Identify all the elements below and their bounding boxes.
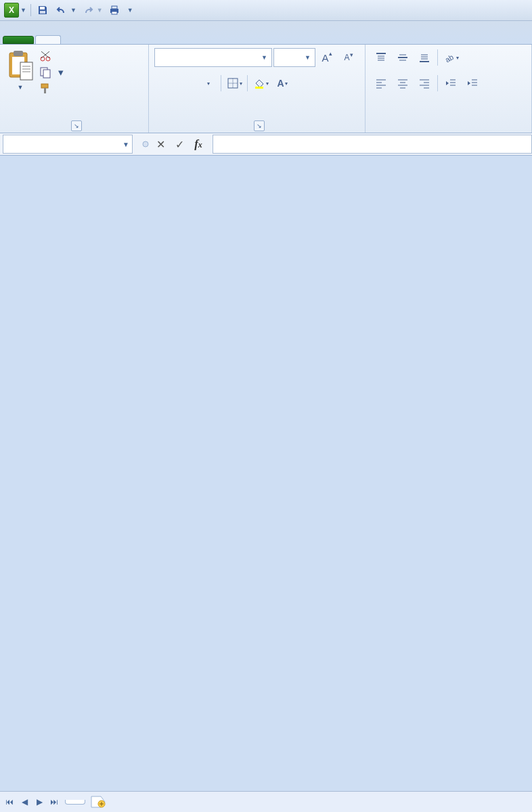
sheet-nav-prev-button[interactable]: ◀ bbox=[18, 795, 31, 809]
font-name-combo[interactable]: ▼ bbox=[154, 48, 272, 67]
ribbon-tabs bbox=[0, 21, 532, 45]
align-right-button[interactable] bbox=[414, 73, 435, 93]
printer-icon bbox=[109, 5, 120, 16]
app-menu-dropdown-icon[interactable]: ▼ bbox=[20, 7, 26, 14]
separator bbox=[247, 75, 248, 91]
group-font: ▼ ▼ A▴ A▾ ▾ ▾ ▾ A▾ ↘ bbox=[149, 45, 365, 133]
align-middle-button[interactable] bbox=[393, 47, 413, 68]
clipboard-group-label: ↘ bbox=[5, 120, 143, 131]
undo-button[interactable] bbox=[54, 3, 69, 18]
paste-icon bbox=[7, 50, 34, 81]
chevron-down-icon: ▼ bbox=[18, 84, 24, 91]
paste-button[interactable]: ▼ bbox=[5, 47, 35, 93]
save-button[interactable] bbox=[35, 3, 50, 18]
svg-point-52 bbox=[143, 141, 148, 147]
bold-button[interactable] bbox=[154, 73, 175, 93]
new-sheet-button[interactable] bbox=[91, 796, 106, 808]
name-box[interactable]: ▼ bbox=[3, 135, 133, 154]
tab-file[interactable] bbox=[3, 36, 34, 44]
svg-text:ab: ab bbox=[443, 53, 455, 64]
increase-indent-button[interactable] bbox=[462, 73, 483, 93]
borders-button[interactable]: ▾ bbox=[224, 73, 244, 93]
font-group-label: ↘ bbox=[154, 120, 359, 131]
align-center-icon bbox=[397, 77, 409, 89]
redo-button[interactable] bbox=[81, 3, 95, 18]
cut-button[interactable] bbox=[39, 49, 64, 64]
brush-icon bbox=[39, 83, 51, 95]
group-clipboard: ▼ ▾ bbox=[0, 45, 149, 133]
formula-input[interactable] bbox=[213, 135, 532, 154]
redo-dropdown-icon[interactable]: ▼ bbox=[97, 7, 103, 14]
chevron-down-icon: ▼ bbox=[261, 54, 267, 61]
svg-rect-15 bbox=[43, 70, 50, 78]
tab-review[interactable] bbox=[171, 35, 196, 44]
chevron-down-icon: ▾ bbox=[285, 81, 288, 87]
chevron-down-icon: ▼ bbox=[123, 141, 129, 148]
chevron-down-icon: ▾ bbox=[456, 55, 459, 61]
decrease-indent-icon bbox=[445, 77, 457, 89]
underline-button[interactable]: ▾ bbox=[198, 73, 218, 93]
align-center-button[interactable] bbox=[393, 73, 413, 93]
border-icon bbox=[227, 77, 239, 89]
tab-data[interactable] bbox=[143, 35, 169, 44]
svg-rect-8 bbox=[20, 62, 32, 80]
undo-dropdown-icon[interactable]: ▼ bbox=[70, 7, 76, 14]
tab-home[interactable] bbox=[35, 35, 61, 44]
sheet-nav-first-button[interactable]: ⏮ bbox=[3, 795, 16, 809]
qat-customize-icon[interactable]: ▼ bbox=[127, 7, 133, 14]
dialog-launcher-icon[interactable]: ↘ bbox=[254, 120, 265, 131]
shrink-font-button[interactable]: A▾ bbox=[338, 47, 359, 68]
format-painter-button[interactable] bbox=[39, 81, 64, 96]
ribbon: ▼ ▾ bbox=[0, 45, 532, 133]
undo-icon bbox=[56, 5, 67, 16]
svg-rect-16 bbox=[41, 84, 48, 88]
separator bbox=[437, 49, 438, 66]
chevron-down-icon: ▾ bbox=[240, 81, 242, 87]
tab-page-layout[interactable] bbox=[89, 35, 115, 44]
chevron-down-icon: ▾ bbox=[266, 81, 269, 87]
x-icon: ✕ bbox=[156, 138, 165, 151]
svg-rect-21 bbox=[255, 87, 263, 89]
excel-icon[interactable]: X bbox=[4, 3, 19, 18]
orientation-button[interactable]: ab▾ bbox=[441, 47, 461, 68]
align-middle-icon bbox=[397, 51, 409, 64]
font-color-button[interactable]: A▾ bbox=[272, 73, 292, 93]
align-top-icon bbox=[375, 51, 387, 64]
dialog-launcher-icon[interactable]: ↘ bbox=[71, 120, 82, 131]
align-left-button[interactable] bbox=[371, 73, 391, 93]
svg-rect-17 bbox=[44, 88, 46, 93]
decrease-indent-button[interactable] bbox=[441, 73, 461, 93]
sheet-tab-bar: ⏮ ◀ ▶ ⏭ bbox=[0, 791, 532, 812]
separator bbox=[221, 75, 221, 91]
chevron-down-icon: ▼ bbox=[305, 54, 311, 61]
enter-formula-button[interactable]: ✓ bbox=[171, 135, 188, 153]
svg-rect-0 bbox=[40, 7, 45, 9]
align-bottom-button[interactable] bbox=[414, 47, 435, 68]
copy-button[interactable]: ▾ bbox=[39, 65, 64, 80]
font-size-combo[interactable]: ▼ bbox=[273, 48, 315, 67]
insert-function-button[interactable]: fx bbox=[190, 135, 207, 153]
quick-access-toolbar: X ▼ ▼ ▼ ▼ bbox=[0, 0, 532, 21]
svg-rect-4 bbox=[112, 12, 117, 14]
grow-font-button[interactable]: A▴ bbox=[317, 47, 337, 68]
sheet-nav-last-button[interactable]: ⏭ bbox=[47, 795, 61, 809]
print-button[interactable] bbox=[107, 3, 122, 18]
cancel-formula-button[interactable]: ✕ bbox=[152, 135, 169, 153]
formula-bar-handle-icon[interactable] bbox=[141, 136, 150, 152]
sheet-nav-next-button[interactable]: ▶ bbox=[32, 795, 46, 809]
italic-button[interactable] bbox=[176, 73, 196, 93]
svg-rect-6 bbox=[14, 51, 23, 56]
bucket-icon bbox=[253, 77, 265, 89]
group-alignment: ab▾ bbox=[365, 45, 532, 133]
formula-bar: ▼ ✕ ✓ fx bbox=[0, 133, 532, 156]
separator bbox=[437, 75, 438, 91]
excel-window: X ▼ ▼ ▼ ▼ bbox=[0, 0, 532, 812]
fill-color-button[interactable]: ▾ bbox=[250, 73, 271, 93]
tab-insert[interactable] bbox=[62, 35, 88, 44]
align-top-button[interactable] bbox=[371, 47, 391, 68]
separator bbox=[30, 4, 31, 16]
sheet-tab[interactable] bbox=[65, 800, 85, 805]
copy-icon bbox=[39, 66, 51, 78]
svg-rect-1 bbox=[40, 11, 45, 14]
tab-formulas[interactable] bbox=[116, 35, 142, 44]
